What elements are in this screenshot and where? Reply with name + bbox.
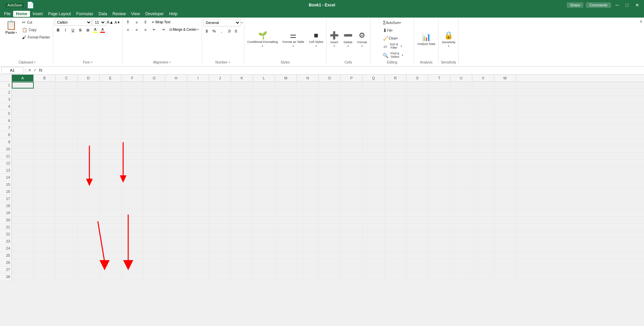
cell-G27[interactable] [143, 266, 165, 273]
cell-U24[interactable] [450, 245, 472, 252]
cell-K26[interactable] [231, 259, 253, 266]
col-header-w[interactable]: W [494, 75, 516, 81]
cell-T20[interactable] [428, 217, 450, 223]
cell-G2[interactable] [143, 89, 165, 96]
cell-L16[interactable] [253, 188, 275, 195]
col-header-g[interactable]: G [143, 75, 165, 81]
cell-R26[interactable] [385, 259, 407, 266]
cell-G25[interactable] [143, 252, 165, 259]
cell-J27[interactable] [209, 266, 231, 273]
cell-M19[interactable] [275, 209, 297, 216]
cell-P10[interactable] [341, 146, 363, 152]
cell-J23[interactable] [209, 238, 231, 245]
row-number-21[interactable]: 21 [0, 224, 12, 230]
bold-button[interactable]: B [55, 27, 61, 33]
cell-B22[interactable] [34, 231, 56, 237]
cell-A17[interactable] [12, 195, 34, 202]
cell-F28[interactable] [121, 273, 143, 280]
cell-O22[interactable] [319, 231, 341, 237]
cell-S25[interactable] [407, 252, 428, 259]
cell-F5[interactable] [121, 110, 143, 117]
cell-I7[interactable] [187, 124, 209, 131]
cell-E27[interactable] [100, 266, 121, 273]
cell-L3[interactable] [253, 96, 275, 103]
cell-Q23[interactable] [363, 238, 385, 245]
cell-L9[interactable] [253, 139, 275, 145]
cell-O26[interactable] [319, 259, 341, 266]
cell-H24[interactable] [165, 245, 187, 252]
cell-S19[interactable] [407, 209, 428, 216]
cell-P1[interactable] [341, 82, 363, 89]
paste-dropdown-icon[interactable]: ▾ [16, 31, 17, 34]
cell-W15[interactable] [494, 181, 516, 188]
format-as-table-dropdown-icon[interactable]: ▾ [292, 45, 294, 48]
cell-A5[interactable] [12, 110, 34, 117]
cell-A4[interactable] [12, 103, 34, 110]
cell-T10[interactable] [428, 146, 450, 152]
cell-K14[interactable] [231, 174, 253, 181]
col-header-i[interactable]: I [187, 75, 209, 81]
cell-O7[interactable] [319, 124, 341, 131]
cell-D23[interactable] [78, 238, 100, 245]
cell-E8[interactable] [100, 131, 121, 138]
name-box[interactable]: A1 [1, 67, 23, 74]
cell-C15[interactable] [56, 181, 78, 188]
cell-P23[interactable] [341, 238, 363, 245]
cell-R1[interactable] [385, 82, 407, 89]
cell-C19[interactable] [56, 209, 78, 216]
col-header-e[interactable]: E [100, 75, 121, 81]
cell-D18[interactable] [78, 202, 100, 209]
cell-L26[interactable] [253, 259, 275, 266]
cell-K28[interactable] [231, 273, 253, 280]
align-top-button[interactable]: ⊼ [124, 19, 132, 25]
cell-P18[interactable] [341, 202, 363, 209]
find-select-button[interactable]: 🔍 Find & Select ▾ [381, 51, 405, 60]
cell-J2[interactable] [209, 89, 231, 96]
cell-V4[interactable] [472, 103, 494, 110]
cell-W20[interactable] [494, 217, 516, 223]
cell-P5[interactable] [341, 110, 363, 117]
cell-M18[interactable] [275, 202, 297, 209]
cell-Q20[interactable] [363, 217, 385, 223]
cell-N27[interactable] [297, 266, 319, 273]
cell-H28[interactable] [165, 273, 187, 280]
cell-I16[interactable] [187, 188, 209, 195]
cell-E20[interactable] [100, 217, 121, 223]
cell-F18[interactable] [121, 202, 143, 209]
analyze-data-button[interactable]: 📊 Analyze Data [416, 31, 437, 48]
cell-A15[interactable] [12, 181, 34, 188]
cell-F13[interactable] [121, 167, 143, 174]
cell-B13[interactable] [34, 167, 56, 174]
share-button[interactable]: Share [567, 2, 583, 8]
cell-C4[interactable] [56, 103, 78, 110]
cell-W8[interactable] [494, 131, 516, 138]
cell-T22[interactable] [428, 231, 450, 237]
cell-B17[interactable] [34, 195, 56, 202]
cell-M11[interactable] [275, 153, 297, 159]
cell-O24[interactable] [319, 245, 341, 252]
cell-G12[interactable] [143, 160, 165, 167]
cell-R22[interactable] [385, 231, 407, 237]
cell-K17[interactable] [231, 195, 253, 202]
cell-R5[interactable] [385, 110, 407, 117]
cell-J12[interactable] [209, 160, 231, 167]
cell-C6[interactable] [56, 117, 78, 124]
cell-H6[interactable] [165, 117, 187, 124]
cell-B28[interactable] [34, 273, 56, 280]
cell-W24[interactable] [494, 245, 516, 252]
cell-G4[interactable] [143, 103, 165, 110]
cell-N21[interactable] [297, 224, 319, 230]
cell-G17[interactable] [143, 195, 165, 202]
cell-J18[interactable] [209, 202, 231, 209]
cell-B25[interactable] [34, 252, 56, 259]
cell-R13[interactable] [385, 167, 407, 174]
cell-J7[interactable] [209, 124, 231, 131]
cell-T5[interactable] [428, 110, 450, 117]
cell-H5[interactable] [165, 110, 187, 117]
menu-home[interactable]: Home [13, 11, 30, 17]
cell-S26[interactable] [407, 259, 428, 266]
underline-button[interactable]: U [69, 27, 76, 33]
menu-page-layout[interactable]: Page Layout [46, 11, 74, 17]
cell-D16[interactable] [78, 188, 100, 195]
cell-W17[interactable] [494, 195, 516, 202]
